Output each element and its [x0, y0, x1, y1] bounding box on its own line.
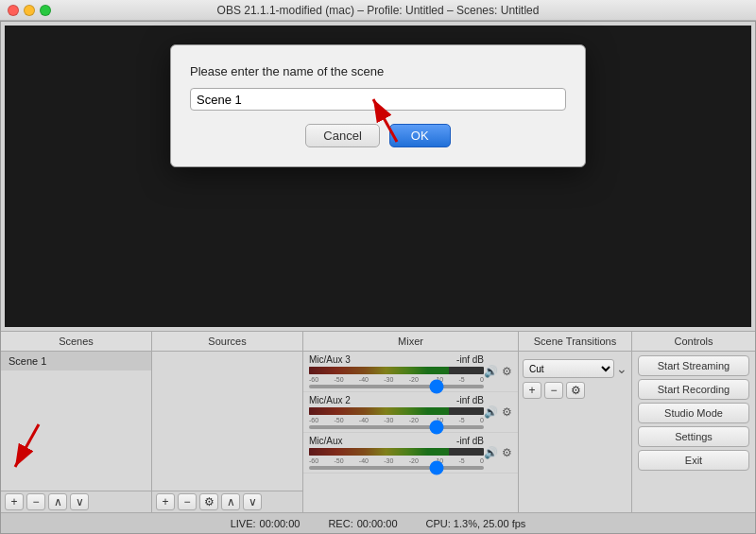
scene-remove-button[interactable]: − — [26, 493, 45, 510]
dialog-prompt: Please enter the name of the scene — [190, 64, 566, 78]
mixer-slider-row-3 — [309, 466, 484, 470]
live-status: LIVE: 00:00:00 — [231, 518, 301, 529]
mixer-panel-header: Mixer — [303, 332, 519, 351]
rec-status: REC: 00:00:00 — [328, 518, 397, 529]
transitions-panel: Cut Fade Swipe Slide ⌄ + − ⚙ — [519, 352, 632, 512]
mixer-content: Mic/Aux 3 -inf dB -60-50-40-30-20-10-50 — [303, 352, 518, 512]
source-add-button[interactable]: + — [156, 493, 175, 510]
mixer-slider-row-1 — [309, 385, 484, 388]
dialog-buttons: Cancel OK — [190, 124, 566, 147]
close-button[interactable] — [8, 5, 19, 16]
mixer-channel-1-info: Mic/Aux 3 -inf dB -60-50-40-30-20-10-50 — [309, 354, 484, 388]
cpu-info: CPU: 1.3%, 25.00 fps — [426, 518, 526, 529]
transitions-panel-header: Scene Transitions — [519, 332, 632, 351]
scene-name-dialog: Please enter the name of the scene Cance… — [170, 44, 586, 167]
transitions-select-row: Cut Fade Swipe Slide ⌄ — [523, 359, 627, 378]
mixer-channel-2-level: -inf dB — [456, 395, 484, 405]
mixer-channel-2-info: Mic/Aux 2 -inf dB -60-50-40-30-20-10-50 — [309, 395, 484, 429]
cpu-status: CPU: 1.3%, 25.00 fps — [426, 518, 526, 529]
mixer-channel-3: Mic/Aux -inf dB -60-50-40-30-20-10-50 — [303, 433, 518, 474]
panel-headers: Scenes Sources Mixer Scene Transitions C… — [1, 331, 755, 352]
meter-fill-1 — [309, 367, 449, 374]
meter-fill-3 — [309, 448, 449, 456]
mixer-channel-2-name: Mic/Aux 2 — [309, 395, 351, 405]
sources-list — [152, 352, 302, 491]
mixer-channel-3-name: Mic/Aux — [309, 436, 343, 446]
sources-panel-header: Sources — [152, 332, 303, 351]
mixer-channel-1-level: -inf dB — [456, 354, 484, 365]
sources-toolbar: + − ⚙ ∧ ∨ — [152, 491, 302, 512]
mixer-channel-1-top: Mic/Aux 3 -inf dB — [309, 354, 484, 365]
scene-name-input[interactable] — [190, 88, 566, 111]
speaker-icon-3[interactable]: 🔊 — [484, 446, 498, 459]
mixer-slider-1[interactable] — [309, 385, 484, 388]
gear-icon-2[interactable]: ⚙ — [502, 405, 512, 419]
speaker-icon-1[interactable]: 🔊 — [484, 365, 498, 378]
live-label: LIVE: — [231, 518, 256, 529]
mixer-slider-2[interactable] — [309, 425, 484, 429]
mixer-channel-3-top: Mic/Aux -inf dB — [309, 436, 484, 446]
mixer-icons-1: 🔊 ⚙ — [484, 365, 512, 378]
meter-fill-2 — [309, 407, 449, 415]
gear-icon-3[interactable]: ⚙ — [502, 446, 512, 459]
source-gear-button[interactable]: ⚙ — [199, 493, 218, 510]
controls-panel: Start Streaming Start Recording Studio M… — [632, 352, 755, 512]
dialog-overlay: Please enter the name of the scene Cance… — [5, 26, 751, 327]
mixer-slider-row-2 — [309, 425, 484, 429]
source-up-button[interactable]: ∧ — [221, 493, 240, 510]
start-recording-button[interactable]: Start Recording — [638, 379, 749, 400]
mixer-panel: Mic/Aux 3 -inf dB -60-50-40-30-20-10-50 — [303, 352, 519, 512]
scenes-toolbar: + − ∧ ∨ — [1, 491, 151, 512]
start-streaming-button[interactable]: Start Streaming — [638, 355, 749, 376]
mixer-channel-3-level: -inf dB — [456, 436, 484, 446]
sources-panel: + − ⚙ ∧ ∨ — [152, 352, 303, 512]
transition-remove-button[interactable]: − — [544, 382, 563, 399]
mixer-icons-2: 🔊 ⚙ — [484, 405, 512, 419]
scene-up-button[interactable]: ∧ — [48, 493, 67, 510]
minimize-button[interactable] — [24, 5, 35, 16]
traffic-lights — [8, 5, 51, 16]
scene-item[interactable]: Scene 1 — [1, 352, 151, 370]
speaker-icon-2[interactable]: 🔊 — [484, 405, 498, 419]
panels-row: Scene 1 + − ∧ — [1, 352, 755, 512]
titlebar: OBS 21.1.1-modified (mac) – Profile: Unt… — [0, 0, 756, 21]
preview-area: Please enter the name of the scene Cance… — [5, 26, 751, 327]
mixer-slider-3[interactable] — [309, 466, 484, 470]
main-window: Please enter the name of the scene Cance… — [0, 21, 756, 534]
bottom-section: Scenes Sources Mixer Scene Transitions C… — [1, 331, 755, 533]
mixer-channel-1-name: Mic/Aux 3 — [309, 354, 351, 365]
studio-mode-button[interactable]: Studio Mode — [638, 403, 749, 423]
ok-button[interactable]: OK — [389, 124, 451, 147]
transition-select[interactable]: Cut Fade Swipe Slide — [523, 359, 614, 378]
mixer-channel-2-top: Mic/Aux 2 -inf dB — [309, 395, 484, 405]
cancel-button[interactable]: Cancel — [305, 124, 379, 147]
transition-gear-button[interactable]: ⚙ — [566, 382, 585, 399]
scene-add-button[interactable]: + — [5, 493, 24, 510]
controls-panel-header: Controls — [632, 332, 755, 351]
mixer-channel-2: Mic/Aux 2 -inf dB -60-50-40-30-20-10-50 — [303, 392, 518, 433]
mixer-channel-1: Mic/Aux 3 -inf dB -60-50-40-30-20-10-50 — [303, 352, 518, 392]
scenes-list: Scene 1 — [1, 352, 151, 491]
transition-add-button[interactable]: + — [523, 382, 541, 399]
live-time: 00:00:00 — [260, 518, 301, 529]
scenes-panel-header: Scenes — [1, 332, 152, 351]
source-down-button[interactable]: ∨ — [243, 493, 262, 510]
scenes-panel: Scene 1 + − ∧ — [1, 352, 152, 512]
settings-button[interactable]: Settings — [638, 426, 749, 447]
mixer-meter-1 — [309, 367, 484, 374]
mixer-meter-2 — [309, 407, 484, 415]
status-bar: LIVE: 00:00:00 REC: 00:00:00 CPU: 1.3%, … — [1, 512, 755, 533]
mixer-icons-3: 🔊 ⚙ — [484, 446, 512, 459]
exit-button[interactable]: Exit — [638, 450, 749, 471]
mixer-meter-3 — [309, 448, 484, 456]
window-title: OBS 21.1.1-modified (mac) – Profile: Unt… — [217, 4, 540, 17]
scene-down-button[interactable]: ∨ — [70, 493, 89, 510]
rec-time: 00:00:00 — [357, 518, 398, 529]
transition-dropdown-icon: ⌄ — [616, 361, 627, 376]
mixer-channel-3-info: Mic/Aux -inf dB -60-50-40-30-20-10-50 — [309, 436, 484, 470]
maximize-button[interactable] — [40, 5, 51, 16]
transitions-toolbar: + − ⚙ — [523, 382, 627, 399]
gear-icon-1[interactable]: ⚙ — [502, 365, 512, 378]
rec-label: REC: — [328, 518, 352, 529]
source-remove-button[interactable]: − — [178, 493, 197, 510]
